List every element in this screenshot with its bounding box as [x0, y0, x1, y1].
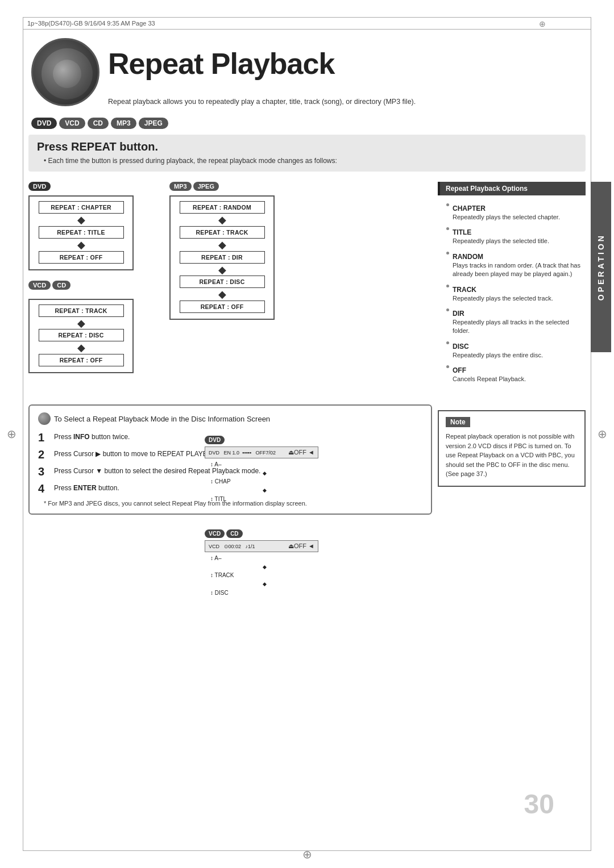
option-term-chapter: CHAPTER — [453, 205, 560, 212]
dot-dir — [446, 308, 449, 311]
mini-vcd-badge-row: VCD CD — [205, 529, 318, 538]
dvd-flow-item-3: REPEAT : OFF — [35, 251, 127, 264]
mp3-arrow-2: ◆ — [176, 240, 268, 251]
press-repeat-title: Press REPEAT button. — [37, 140, 577, 153]
press-repeat-box: Press REPEAT button. Each time the butto… — [28, 135, 586, 172]
mini-dvd-arrow: ⏏OFF ◄ — [288, 449, 314, 456]
mp3-flow-item-5: REPEAT : OFF — [176, 301, 268, 313]
badge-dvd: DVD — [31, 118, 57, 129]
option-desc-title: Repeatedly plays the selected title. — [453, 237, 549, 245]
step-num-1: 1 — [38, 432, 48, 443]
mini-dvd-opt-chap: ↕ CHAP — [210, 477, 318, 486]
border-right — [591, 17, 591, 851]
note-text: Repeat playback operation is not possibl… — [446, 432, 578, 479]
mp3-flow-container: REPEAT : RANDOM ◆ REPEAT : TRACK ◆ REPEA… — [169, 195, 275, 320]
mini-dvd-badge-row: DVD — [205, 436, 318, 444]
mini-vcd-row-text: VCD ⊙00:02 ♪1/1 — [209, 544, 255, 549]
dot-off — [446, 365, 449, 368]
jpeg-label: JPEG — [193, 182, 219, 191]
vcd-flow-item-1: REPEAT : TRACK — [35, 304, 127, 317]
mp3-flow-item-3: REPEAT : DIR — [176, 251, 268, 264]
mini-screen-dvd-area: DVD DVD EN 1.0 ▪▪▪▪▪ OFF7/02 ⏏OFF ◄ ↕ A–… — [205, 436, 318, 504]
mini-vcd-opt-track: ↕ TRACK — [210, 571, 318, 580]
dvd-arrow-2: ◆ — [35, 240, 127, 251]
mini-vcd-downarrow-2: ◆ — [210, 580, 318, 588]
vcd-arrow-1: ◆ — [35, 318, 127, 329]
mp3-track-box: REPEAT : TRACK — [180, 226, 265, 239]
option-term-dir: DIR — [453, 310, 586, 318]
operation-label: OPERATION — [596, 233, 605, 301]
page-title: Repeat Playback — [108, 47, 334, 81]
option-desc-track: Repeatedly plays the selected track. — [453, 294, 553, 303]
mini-dvd-screen: DVD EN 1.0 ▪▪▪▪▪ OFF7/02 ⏏OFF ◄ — [205, 446, 318, 458]
mini-vcd-opt-disc: ↕ DISC — [210, 589, 318, 598]
step-num-3: 3 — [38, 466, 48, 477]
mini-vcd-arrow: ⏏OFF ◄ — [288, 542, 314, 550]
badge-cd: CD — [88, 118, 109, 129]
vcd-track-box: REPEAT : TRACK — [39, 304, 124, 317]
header-bar: 1p~38p(DS470)-GB 9/16/04 9:35 AM Page 33… — [23, 17, 591, 30]
mini-dvd-opt-titl: ↕ TITL — [210, 495, 318, 504]
crosshair-right: ⊕ — [598, 427, 607, 441]
mp3-label: MP3 — [169, 182, 192, 191]
options-list: CHAPTER Repeatedly plays the selected ch… — [438, 201, 586, 384]
mini-vcd-options: ↕ A– ◆ ↕ TRACK ◆ ↕ DISC — [210, 554, 318, 598]
dvd-badge-row: DVD — [28, 182, 51, 191]
badge-jpeg: JPEG — [139, 118, 168, 129]
select-title-text: To Select a Repeat Playback Mode in the … — [54, 415, 270, 423]
dvd-label: DVD — [28, 182, 51, 191]
dvd-flow-item-2: REPEAT : TITLE — [35, 226, 127, 239]
vcd-off-box: REPEAT : OFF — [39, 354, 124, 366]
vcd-cd-badge-row: VCD CD — [28, 281, 70, 290]
option-desc-dir: Repeatedly plays all tracks in the selec… — [453, 318, 586, 336]
mp3-flow-item-4: REPEAT : DISC — [176, 276, 268, 288]
vcd-cd-section: VCD CD REPEAT : TRACK ◆ REPEAT : DISC ◆ … — [28, 281, 159, 374]
mini-vcd-downarrow-1: ◆ — [210, 563, 318, 571]
mp3-disc-box: REPEAT : DISC — [180, 276, 265, 288]
vcd-flow-item-2: REPEAT : DISC — [35, 329, 127, 341]
subtitle: Repeat playback allows you to repeatedly… — [108, 98, 586, 106]
content-area: 0101010100101010010101001010100101010010… — [28, 30, 586, 845]
mp3-arrow-3: ◆ — [176, 265, 268, 276]
mini-dvd-badge: DVD — [205, 436, 225, 444]
operation-sidebar: OPERATION — [591, 182, 611, 352]
option-desc-off: Cancels Repeat Playback. — [453, 375, 526, 383]
dvd-flow-container: REPEAT : CHAPTER ◆ REPEAT : TITLE ◆ REPE… — [28, 195, 134, 270]
mini-cd-badge: CD — [226, 529, 242, 538]
vcd-arrow-2: ◆ — [35, 343, 127, 354]
mini-dvd-downarrow-1: ◆ — [210, 469, 318, 477]
mp3-column: MP3 JPEG REPEAT : RANDOM ◆ REPEAT : TRAC… — [169, 182, 300, 320]
mini-vcd-screen: VCD ⊙00:02 ♪1/1 ⏏OFF ◄ — [205, 540, 318, 552]
options-column: Repeat Playback Options CHAPTER Repeated… — [438, 182, 586, 387]
mini-dvd-downarrow-2: ◆ — [210, 486, 318, 494]
vcd-cd-flow-container: REPEAT : TRACK ◆ REPEAT : DISC ◆ REPEAT … — [28, 299, 134, 374]
mp3-off-box: REPEAT : OFF — [180, 301, 265, 313]
dvd-column: DVD REPEAT : CHAPTER ◆ REPEAT : TITLE ◆ … — [28, 182, 159, 373]
mini-vcd-opt-a: ↕ A– — [210, 554, 318, 563]
step-num-2: 2 — [38, 449, 48, 460]
header-crosshair: ⊕ — [539, 19, 546, 28]
mp3-badge-row: MP3 JPEG — [169, 182, 300, 191]
dot-title — [446, 227, 449, 230]
header-text: 1p~38p(DS470)-GB 9/16/04 9:35 AM Page 33 — [27, 20, 155, 27]
option-term-title: TITLE — [453, 228, 549, 236]
option-desc-random: Plays tracks in random order. (A track t… — [453, 261, 586, 279]
mini-screen-vcd-area: VCD CD VCD ⊙00:02 ♪1/1 ⏏OFF ◄ ↕ A– ◆ ↕ T… — [205, 529, 318, 598]
mini-vcd-row-1: VCD ⊙00:02 ♪1/1 ⏏OFF ◄ — [209, 542, 314, 550]
dot-disc — [446, 341, 449, 344]
option-term-off: OFF — [453, 366, 526, 374]
speaker-circle — [31, 38, 99, 106]
dot-track — [446, 285, 449, 287]
press-repeat-bullet: Each time the button is pressed during p… — [37, 157, 577, 165]
cd-label: CD — [52, 281, 70, 290]
option-term-random: RANDOM — [453, 253, 586, 261]
dvd-flow-item-1: REPEAT : CHAPTER — [35, 201, 127, 214]
mp3-flow-item-1: REPEAT : RANDOM — [176, 201, 268, 214]
vcd-disc-box: REPEAT : DISC — [39, 329, 124, 341]
badge-vcd: VCD — [59, 118, 85, 129]
dvd-chapter-box: REPEAT : CHAPTER — [39, 201, 124, 214]
vcd-label: VCD — [28, 281, 51, 290]
mini-dvd-options: ↕ A– ◆ ↕ CHAP ◆ ↕ TITL — [210, 460, 318, 504]
vcd-flow-item-3: REPEAT : OFF — [35, 354, 127, 366]
crosshair-bottom: ⊕ — [302, 848, 312, 861]
